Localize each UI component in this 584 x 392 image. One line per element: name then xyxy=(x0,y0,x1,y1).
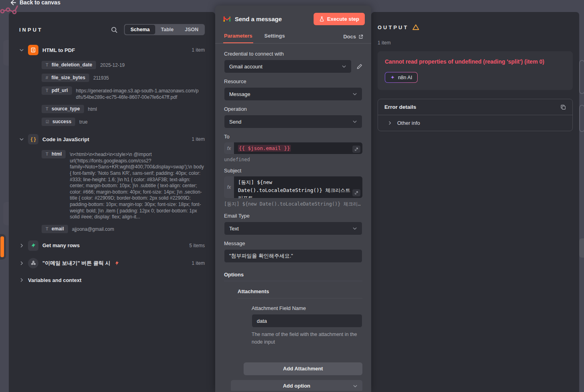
message-input[interactable]: "첨부파일을 확인해주세요." xyxy=(224,249,362,263)
to-preview: undefined xyxy=(224,157,362,162)
attachment-field-name-value: data xyxy=(257,318,267,324)
output-panel: OUTPUT 1 item Cannot read properties of … xyxy=(371,12,579,392)
schema-field[interactable]: Tfile_deletion_date 2025-12-19 xyxy=(42,61,205,69)
subject-expression-input[interactable]: [둥지] ${new Date().toLocaleDateString()} … xyxy=(234,176,362,198)
message-value: "첨부파일을 확인해주세요." xyxy=(229,252,293,260)
node-name: "이메일 보내기" 버튼 클릭 시 xyxy=(42,260,110,267)
gmail-icon xyxy=(223,16,231,22)
other-info-label: Other info xyxy=(397,120,420,126)
resource-label: Resource xyxy=(224,78,362,84)
flask-icon xyxy=(319,16,324,22)
schema-field[interactable]: Thtml \n<html>\n<head>\n<style>\n @impor… xyxy=(42,150,205,220)
node-detail-panel: Send a message Execute step Parameters S… xyxy=(215,6,371,392)
execute-step-button[interactable]: Execute step xyxy=(314,13,365,25)
to-expression-value: {{ $json.email }} xyxy=(238,145,291,152)
view-mode-schema[interactable]: Schema xyxy=(125,25,155,34)
chevron-down-icon xyxy=(352,226,357,231)
string-type-icon: T xyxy=(46,152,48,156)
schema-field[interactable]: Tsource_type html xyxy=(42,105,205,113)
view-mode-table[interactable]: Table xyxy=(155,25,179,34)
canvas-node-partial xyxy=(579,238,584,258)
view-mode-json[interactable]: JSON xyxy=(179,25,204,34)
schema-field[interactable]: #file_size_bytes 211935 xyxy=(42,74,205,82)
email-type-select[interactable]: Text xyxy=(224,222,362,235)
string-type-icon: T xyxy=(46,226,48,231)
node-item-count: 1 item xyxy=(192,47,205,53)
canvas-node-partial xyxy=(0,234,6,260)
sparkle-icon: ✦ xyxy=(390,74,395,80)
operation-label: Operation xyxy=(224,106,362,112)
field-value: \n<html>\n<head>\n<style>\n @import url(… xyxy=(70,150,205,220)
operation-value: Send xyxy=(229,119,241,125)
subject-expression-value: [둥지] ${new Date().toLocaleDateString()} … xyxy=(238,179,350,198)
resource-value: Message xyxy=(229,91,250,97)
warning-icon xyxy=(412,24,419,30)
chevron-right-icon[interactable] xyxy=(19,243,24,248)
schema-node-trigger[interactable]: "이메일 보내기" 버튼 클릭 시 1 item xyxy=(19,258,205,268)
operation-select[interactable]: Send xyxy=(224,115,362,128)
field-name: success xyxy=(52,119,71,124)
schema-node-code[interactable]: { } Code in JavaScript 1 item xyxy=(19,134,205,144)
add-option-label: Add option xyxy=(283,383,310,389)
email-type-value: Text xyxy=(229,226,239,232)
boolean-type-icon: ☑ xyxy=(46,120,49,124)
back-to-canvas-button[interactable]: Back to canvas xyxy=(10,0,60,6)
resource-select[interactable]: Message xyxy=(224,87,362,101)
field-value: 2025-12-19 xyxy=(100,61,124,69)
schema-node-get-many-rows[interactable]: Get many rows 5 items xyxy=(19,240,205,251)
expand-expression-icon[interactable] xyxy=(352,189,360,196)
to-label: To xyxy=(224,134,362,140)
field-name: pdf_url xyxy=(52,88,68,93)
variables-and-context-row[interactable]: Variables and context xyxy=(19,277,205,283)
schema-field[interactable]: Temail ajjoona@gmail.com xyxy=(42,225,205,233)
chevron-down-icon[interactable] xyxy=(19,137,24,142)
view-mode-switch: Schema Table JSON xyxy=(124,24,205,35)
tab-parameters[interactable]: Parameters xyxy=(223,28,253,43)
schema-field[interactable]: ☑success true xyxy=(42,118,205,126)
credential-label: Credential to connect with xyxy=(224,51,362,57)
node-item-count: 1 item xyxy=(192,260,205,266)
fx-expression-badge[interactable]: fx xyxy=(224,142,234,154)
canvas-node-partial xyxy=(579,60,584,94)
credential-select[interactable]: Gmail account xyxy=(224,60,352,73)
search-icon[interactable] xyxy=(111,26,118,33)
add-attachment-button[interactable]: Add Attachment xyxy=(244,362,362,375)
email-type-label: Email Type xyxy=(224,213,362,219)
schema-field[interactable]: Tpdf_url https://generated-image.s3.ap-s… xyxy=(42,86,205,100)
chevron-right-icon[interactable] xyxy=(19,261,24,266)
output-item-count: 1 item xyxy=(378,40,573,46)
docs-link[interactable]: Docs xyxy=(343,34,363,43)
node-item-count: 1 item xyxy=(192,136,205,142)
field-name: html xyxy=(52,151,62,157)
schema-node-html-to-pdf[interactable]: HTML to PDF 1 item xyxy=(19,45,205,55)
n8n-ai-label: n8n AI xyxy=(398,75,412,80)
arrow-left-icon xyxy=(10,0,16,6)
string-type-icon: T xyxy=(46,62,48,67)
expand-expression-icon[interactable] xyxy=(352,146,360,153)
chevron-down-icon[interactable] xyxy=(19,48,24,52)
field-name: email xyxy=(52,226,64,232)
attachment-field-name-hint: The name of the field with the attachmen… xyxy=(252,331,362,345)
n8n-ai-button[interactable]: ✦ n8n AI xyxy=(385,72,418,83)
attachment-field-name-input[interactable]: data xyxy=(252,314,362,328)
chevron-right-icon[interactable] xyxy=(19,278,24,282)
attachments-section-label: Attachments xyxy=(238,288,362,298)
lightning-icon xyxy=(114,260,120,266)
error-message: Cannot read properties of undefined (rea… xyxy=(385,58,566,65)
copy-icon[interactable] xyxy=(560,104,566,110)
node-item-count: 5 items xyxy=(189,243,205,248)
add-option-button[interactable]: Add option xyxy=(231,380,362,391)
other-info-row[interactable]: Other info xyxy=(378,115,572,131)
tab-settings[interactable]: Settings xyxy=(264,28,286,43)
subject-preview: [둥지] ${new Date().toLocaleDateString()} … xyxy=(224,201,362,208)
chevron-right-icon xyxy=(388,121,392,125)
node-name: Code in JavaScript xyxy=(42,136,89,142)
supabase-node-icon xyxy=(28,240,38,251)
field-name: file_size_bytes xyxy=(51,75,85,80)
to-expression-input[interactable]: {{ $json.email }} xyxy=(234,142,362,154)
canvas-node-partial xyxy=(579,105,584,132)
edit-credential-icon[interactable] xyxy=(356,64,362,70)
chevron-down-icon xyxy=(352,119,357,124)
fx-expression-badge[interactable]: fx xyxy=(224,176,234,198)
error-card: Cannot read properties of undefined (rea… xyxy=(378,51,573,90)
